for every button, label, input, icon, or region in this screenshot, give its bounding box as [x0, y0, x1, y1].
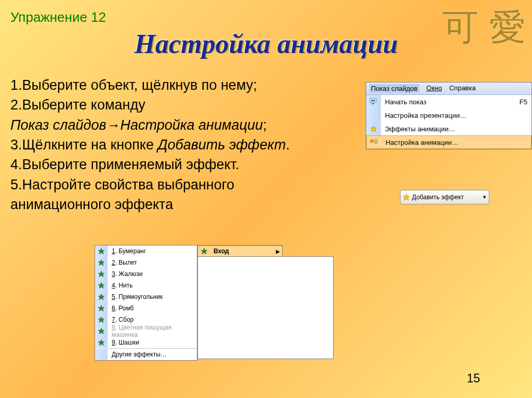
menu-item-label: Начать показ — [385, 98, 520, 106]
monitor-icon — [366, 95, 381, 108]
star-icon — [95, 337, 108, 348]
step-1: 1.Выберите объект, щёлкнув по нему; — [10, 75, 332, 95]
effect-item[interactable]: 3. Жалюзи — [95, 268, 197, 280]
step-5-text: Настройте свойства выбранного анимационн… — [10, 177, 234, 212]
slideshow-menu-panel: Показ слайдов Окно Справка Начать показ … — [366, 82, 532, 149]
page-title: Настройка анимации — [0, 29, 532, 59]
effect-item[interactable]: 1. Бумеранг — [95, 245, 197, 257]
menu-item-shortcut: F5 — [520, 98, 527, 106]
menu-item-label: Эффекты анимации… — [385, 125, 527, 133]
effects-list-panel: 1. Бумеранг2. Вылет3. Жалюзи4. Нить5. Пр… — [95, 245, 197, 361]
menu-tab-window[interactable]: Окно — [427, 84, 442, 93]
effect-item-label: 6. Ромб — [111, 305, 134, 312]
menu-item-animation-effects[interactable]: Эффекты анимации… — [366, 122, 531, 135]
category-label: Вход — [214, 248, 229, 255]
effect-item: 8. Цветная пишущая машинка — [95, 325, 197, 337]
effect-item-label: 9. Шашки — [111, 339, 139, 346]
add-effect-label: Добавить эффект — [412, 194, 464, 201]
step-5: 5.Настройте свойства выбранного анимацио… — [10, 175, 332, 215]
effect-item-label: 8. Цветная пишущая машинка — [111, 324, 197, 338]
step-2b: Показ слайдов→Настройка анимации — [10, 117, 263, 133]
svg-rect-6 — [375, 141, 378, 142]
step-2-num: 2. — [10, 97, 22, 113]
menu-item-custom-animation[interactable]: Настройка анимации… — [366, 135, 531, 149]
svg-rect-1 — [371, 100, 375, 102]
effect-item-label: 5. Прямоугольник — [111, 293, 163, 300]
svg-marker-14 — [98, 305, 104, 311]
svg-marker-8 — [403, 194, 409, 200]
star-icon — [95, 303, 108, 314]
menu-item-setup-presentation[interactable]: Настройка презентации… — [366, 108, 531, 122]
effect-item[interactable]: 4. Нить — [95, 280, 197, 291]
steps-list: 1.Выберите объект, щёлкнув по нему; 2.Вы… — [10, 75, 332, 214]
step-3-num: 3. — [10, 137, 22, 153]
star-icon — [95, 314, 108, 325]
add-effect-button[interactable]: Добавить эффект ▼ — [400, 190, 489, 204]
menu-tab-slideshow[interactable]: Показ слайдов — [369, 84, 419, 93]
step-3b: Добавить эффект — [157, 137, 286, 153]
effect-item-label: 3. Жалюзи — [111, 270, 142, 278]
star-icon — [95, 280, 108, 291]
step-2a: Выберите команду — [22, 97, 145, 113]
star-icon — [95, 325, 108, 337]
svg-marker-17 — [98, 339, 104, 346]
star-icon — [403, 194, 410, 201]
star-icon — [198, 245, 210, 257]
blank-icon — [366, 108, 381, 122]
blank-icon — [95, 349, 108, 360]
step-3a: Щёлкните на кнопке — [22, 137, 158, 153]
svg-rect-2 — [372, 103, 374, 104]
step-3c: . — [286, 137, 290, 153]
star-icon — [366, 122, 381, 135]
svg-marker-9 — [98, 248, 104, 254]
menu-item-label: Настройка анимации… — [385, 139, 527, 146]
step-1-text: Выберите объект, щёлкнув по нему; — [22, 77, 257, 93]
step-2c: ; — [263, 117, 267, 133]
svg-marker-3 — [370, 126, 377, 132]
svg-marker-15 — [98, 317, 104, 323]
menu-list: Начать показ F5 Настройка презентации… Э… — [366, 95, 531, 149]
svg-marker-11 — [98, 271, 104, 277]
more-effects-label: Другие эффекты… — [111, 351, 167, 358]
submenu-empty — [197, 256, 334, 359]
category-item[interactable]: Вход▶ — [198, 245, 282, 257]
star-icon — [95, 245, 108, 257]
chevron-right-icon: ▶ — [276, 249, 280, 254]
menu-tab-help[interactable]: Справка — [449, 84, 476, 93]
step-4-num: 4. — [10, 157, 22, 172]
svg-marker-4 — [370, 139, 374, 143]
menu-item-label: Настройка презентации… — [385, 112, 527, 119]
svg-marker-13 — [98, 294, 104, 300]
chevron-down-icon: ▼ — [482, 195, 487, 200]
effect-item[interactable]: 6. Ромб — [95, 303, 197, 314]
effect-item[interactable]: 5. Прямоугольник — [95, 291, 197, 303]
exercise-label: Упражнение 12 — [10, 9, 106, 25]
menu-item-start-show[interactable]: Начать показ F5 — [366, 95, 531, 108]
menu-bar: Показ слайдов Окно Справка — [366, 83, 531, 95]
effect-item-label: 1. Бумеранг — [111, 248, 146, 255]
svg-marker-10 — [98, 259, 104, 266]
effect-item-label: 2. Вылет — [111, 259, 137, 266]
more-effects-item[interactable]: Другие эффекты… — [95, 349, 197, 360]
svg-rect-7 — [375, 143, 378, 143]
step-4: 4.Выберите применяемый эффект. — [10, 155, 332, 174]
step-5-num: 5. — [10, 177, 22, 193]
svg-rect-5 — [375, 140, 378, 140]
svg-marker-18 — [201, 248, 207, 254]
step-1-num: 1. — [10, 77, 22, 93]
step-3: 3.Щёлкните на кнопке Добавить эффект. — [10, 135, 332, 155]
star-list-icon — [367, 136, 381, 148]
star-icon — [95, 291, 108, 303]
effect-item-label: 7. Сбор — [111, 316, 134, 323]
star-icon — [95, 268, 108, 280]
step-2: 2.Выберите команду Показ слайдов→Настрой… — [10, 95, 332, 135]
page-number: 15 — [467, 372, 480, 386]
effect-item-label: 4. Нить — [111, 282, 132, 289]
svg-marker-16 — [98, 328, 104, 334]
svg-marker-12 — [98, 282, 104, 289]
star-icon — [95, 257, 108, 268]
effect-item[interactable]: 2. Вылет — [95, 257, 197, 268]
step-4-text: Выберите применяемый эффект. — [22, 157, 240, 172]
effect-item[interactable]: 9. Шашки — [95, 337, 197, 348]
